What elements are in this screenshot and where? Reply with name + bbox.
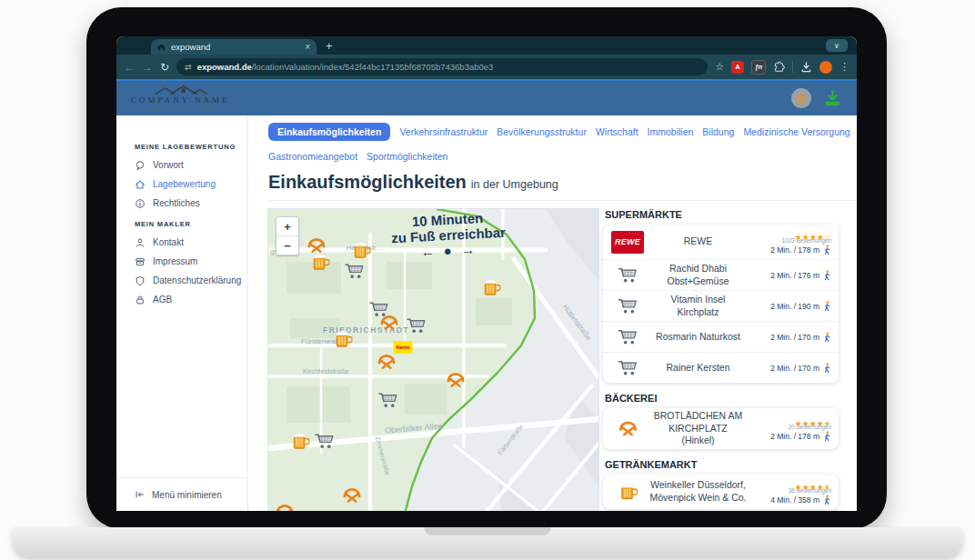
map-marker-cart[interactable] [315, 433, 336, 450]
map-annotation: 10 Minuten zu Fuß erreichbar ← ● → [357, 209, 540, 264]
map-zoom-control: + − [276, 216, 299, 255]
walking-person-icon [823, 245, 831, 255]
profile-avatar[interactable] [819, 61, 832, 74]
poi-row[interactable]: Weinkeller Düsseldorf, Mövenpick Wein & … [603, 475, 839, 509]
map-marker-pretzel[interactable] [446, 372, 467, 389]
page-head: Einkaufsmöglichkeitenin der Umgebung [268, 172, 857, 201]
section-tab[interactable]: Wirtschaft [596, 123, 638, 141]
sidebar-person-icon [135, 237, 146, 248]
poi-meta: 2 Min. / 190 m [749, 301, 831, 312]
section-tab[interactable]: Einkaufsmöglichkeiten [268, 123, 390, 141]
distance: 2 Min. / 176 m [770, 270, 831, 281]
sidebar-info-icon [135, 198, 146, 209]
map-marker-beer[interactable] [311, 253, 330, 272]
section-tab[interactable]: Gastronomieangebot [268, 147, 357, 165]
map-marker-pretzel[interactable] [379, 315, 400, 332]
map-marker-beer[interactable] [334, 330, 353, 349]
poi-meta: 2 Min. / 176 m [749, 270, 831, 281]
back-icon[interactable]: ← [124, 62, 135, 73]
new-tab-button[interactable]: + [326, 39, 333, 53]
section-tab-row: EinkaufsmöglichkeitenVerkehrsinfrastrukt… [268, 123, 857, 141]
map-marker-pretzel[interactable] [342, 487, 363, 505]
downloads-icon[interactable] [800, 61, 812, 73]
poi-row[interactable]: Rosmarin Naturkost2 Min. / 170 m [603, 322, 839, 353]
tab-close-icon[interactable]: × [305, 43, 310, 52]
section-tabs: EinkaufsmöglichkeitenVerkehrsinfrastrukt… [268, 123, 857, 165]
section-tab[interactable]: Verkehrsinfrastruktur [399, 123, 488, 141]
url-text: expowand.de/locationValuation/index/542f… [197, 62, 494, 72]
site-info-icon[interactable]: ⇄ [185, 63, 192, 72]
reload-icon[interactable]: ↻ [160, 62, 169, 73]
theme-sun-avatar[interactable] [791, 88, 811, 108]
extensions-puzzle-icon[interactable] [773, 61, 785, 73]
map-marker-pretzel[interactable] [275, 504, 296, 512]
fn-extension-icon[interactable]: ƒn [751, 60, 766, 75]
browser-tab[interactable]: expowand × [151, 39, 317, 55]
sidebar-item-lock[interactable]: AGB [116, 290, 247, 309]
poi-name: BROTLÄDCHEN AM KIRCHPLATZ (Hinkel) [647, 410, 749, 447]
sidebar-shield-icon [135, 275, 146, 286]
map-marker-cart[interactable] [407, 317, 427, 335]
distance: 2 Min. / 170 m [770, 332, 831, 343]
menu-minimize-button[interactable]: Menü minimieren [116, 477, 247, 511]
zoom-out-button[interactable]: − [276, 236, 298, 255]
walking-person-icon [823, 332, 831, 343]
sidebar-item-label: Lagebewertung [153, 179, 216, 189]
distance: 2 Min. / 170 m [770, 363, 831, 374]
distance-text: 2 Min. / 170 m [770, 333, 819, 342]
poi-section-title: SUPERMÄRKTE [605, 209, 839, 220]
section-tab[interactable]: Bildung [702, 123, 734, 141]
section-tab[interactable]: Medizinische Versorgung [743, 123, 849, 141]
download-report-icon[interactable] [823, 89, 842, 108]
beer-icon [608, 482, 647, 501]
map-marker-netto[interactable]: Netto [394, 341, 413, 354]
section-tab[interactable]: Bevölkerungsstruktur [497, 123, 587, 141]
poi-panel: SUPERMÄRKTEREWEREWE★★★★☆1023 Bewertungen… [603, 209, 857, 511]
laptop-base [13, 527, 962, 556]
url-path: /locationValuation/index/542f44bc17135bf… [252, 62, 494, 72]
street-label: Kirchfeldstraße [303, 367, 348, 375]
map-marker-pretzel[interactable] [377, 354, 397, 371]
main-content: EinkaufsmöglichkeitenVerkehrsinfrastrukt… [248, 115, 857, 511]
pretzel-icon [608, 420, 647, 437]
map-marker-beer[interactable] [291, 432, 310, 451]
forward-icon[interactable]: → [142, 62, 153, 73]
sidebar-item-archive[interactable]: Impressum [116, 252, 247, 271]
sidebar-item-chat[interactable]: Vorwort [116, 155, 247, 175]
sidebar-item-person[interactable]: Kontakt [116, 233, 247, 252]
sidebar-section-title: MEIN MAKLER [135, 220, 247, 228]
map[interactable]: gstraßeHerzogstr.FürstenwallFRIEDRICHSTA… [268, 209, 598, 511]
walking-person-icon [823, 495, 831, 505]
browser-menu-icon[interactable]: ⋮ [839, 61, 849, 73]
sidebar-item-shield[interactable]: Datenschutzerklärung [116, 271, 247, 290]
bookmark-icon[interactable]: ☆ [715, 61, 724, 73]
poi-meta: 2 Min. / 170 m [749, 332, 831, 343]
sidebar-item-label: Datenschutzerklärung [153, 275, 241, 285]
poi-row[interactable]: REWEREWE★★★★☆1023 Bewertungen2 Min. / 17… [603, 225, 839, 260]
sidebar-item-info[interactable]: Rechtliches [116, 194, 247, 213]
zoom-in-button[interactable]: + [276, 217, 298, 236]
walking-person-icon [823, 301, 831, 312]
section-tab[interactable]: Sportmöglichkeiten [367, 147, 447, 165]
sidebar-item-label: AGB [153, 295, 172, 305]
window-chevron-icon[interactable]: ∨ [826, 39, 848, 52]
map-marker-beer[interactable] [482, 278, 501, 297]
address-bar[interactable]: ⇄ expowand.de/locationValuation/index/54… [176, 58, 708, 75]
distance: 2 Min. / 178 m [770, 431, 831, 442]
poi-card: Weinkeller Düsseldorf, Mövenpick Wein & … [603, 475, 839, 509]
cart-icon [608, 359, 647, 376]
map-marker-cart[interactable] [345, 263, 366, 280]
poi-row[interactable]: Rainer Kersten2 Min. / 170 m [603, 353, 839, 383]
section-tab[interactable]: Immobilien [648, 123, 694, 141]
poi-row[interactable]: Vitamin Insel Kirchplatz2 Min. / 190 m [603, 291, 839, 322]
poi-row[interactable]: Rachid Dhabi Obst+Gemüse2 Min. / 176 m [603, 260, 839, 291]
map-marker-cart[interactable] [378, 392, 399, 409]
distance: 2 Min. / 178 m [770, 245, 831, 255]
sidebar-house-icon [135, 179, 146, 190]
company-logo: COMPANY NAME Slogan Goes Here [131, 85, 230, 112]
rewe-icon: REWE [608, 231, 647, 254]
sidebar-item-house[interactable]: Lagebewertung [116, 175, 247, 194]
distance: 2 Min. / 190 m [770, 301, 831, 312]
adobe-extension-icon[interactable]: A [731, 61, 744, 74]
poi-row[interactable]: BROTLÄDCHEN AM KIRCHPLATZ (Hinkel)★★★★★★… [603, 408, 839, 449]
